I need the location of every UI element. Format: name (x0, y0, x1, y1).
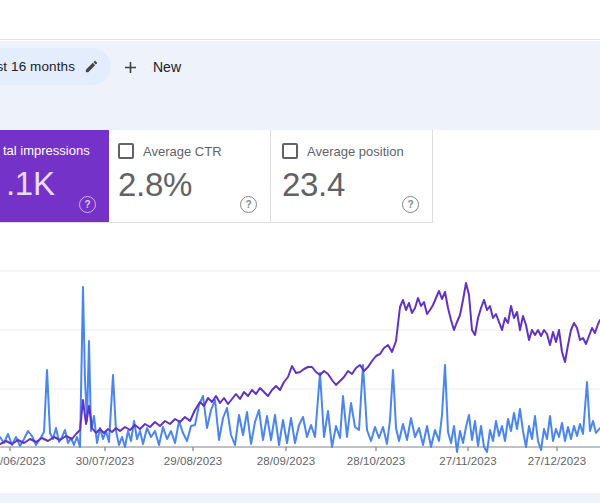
plus-icon (121, 58, 140, 77)
new-button-label: New (153, 59, 181, 75)
x-axis-label: 30/07/2023 (76, 455, 135, 467)
footer-strip (0, 493, 600, 503)
chart-area: /06/202330/07/202329/08/202328/09/202328… (0, 223, 600, 493)
help-icon[interactable]: ? (79, 196, 96, 213)
metric-tile-impressions[interactable]: tal impressions .1K ? (0, 130, 109, 222)
help-icon[interactable]: ? (240, 196, 257, 213)
position-checkbox[interactable] (282, 143, 298, 159)
date-range-chip[interactable]: st 16 months (0, 48, 111, 85)
position-label: Average position (307, 144, 404, 159)
x-axis-label: 29/08/2023 (164, 455, 223, 467)
date-range-label: st 16 months (0, 59, 75, 74)
x-axis-label: 27/11/2023 (439, 455, 497, 467)
performance-chart[interactable] (0, 223, 600, 493)
metrics-row: tal impressions .1K ? Average CTR 2.8% ?… (0, 130, 600, 223)
header-strip (0, 0, 600, 40)
metric-tile-position[interactable]: Average position 23.4 ? (271, 130, 433, 222)
x-axis-labels: /06/202330/07/202329/08/202328/09/202328… (0, 455, 600, 471)
performance-card: tal impressions .1K ? Average CTR 2.8% ?… (0, 130, 600, 493)
help-icon[interactable]: ? (402, 196, 419, 213)
x-axis-label: /06/2023 (0, 455, 46, 467)
impressions-value: .1K (6, 165, 109, 203)
x-axis-label: 28/09/2023 (257, 455, 316, 467)
metric-tile-ctr[interactable]: Average CTR 2.8% ? (109, 130, 271, 222)
x-axis-label: 28/10/2023 (347, 455, 406, 467)
edit-pencil-icon (84, 59, 99, 74)
ctr-label: Average CTR (143, 144, 222, 159)
new-filter-button[interactable]: New (121, 52, 181, 82)
filter-bar: st 16 months New (0, 41, 600, 130)
ctr-checkbox[interactable] (118, 143, 134, 159)
x-axis-label: 27/12/2023 (528, 455, 587, 467)
impressions-label: tal impressions (3, 143, 90, 158)
